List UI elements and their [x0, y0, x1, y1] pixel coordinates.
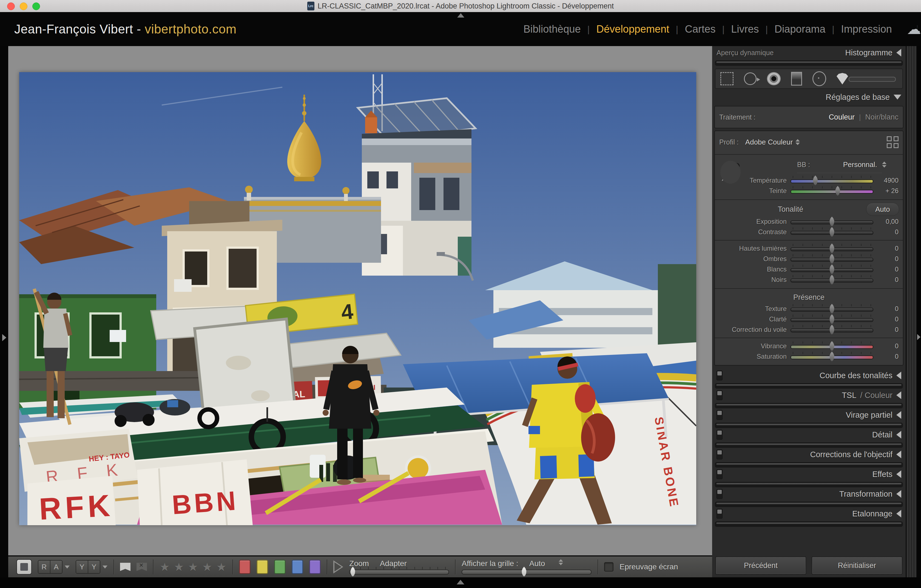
color-label-chip[interactable]: [292, 560, 303, 574]
slider-track[interactable]: [791, 243, 873, 254]
profile-value[interactable]: Adobe Couleur: [745, 138, 793, 147]
slider-track[interactable]: [791, 227, 873, 237]
wb-stepper-icon[interactable]: [882, 161, 887, 168]
impromptu-slideshow-button[interactable]: [333, 560, 343, 573]
develop-canvas[interactable]: CRYSTAL DPR-RI: [8, 46, 712, 555]
star-icon[interactable]: ★: [216, 560, 227, 574]
color-label-chip[interactable]: [257, 560, 268, 574]
panel-toggle-switch[interactable]: [716, 509, 722, 519]
slider-value[interactable]: 0: [873, 353, 903, 360]
slider-track[interactable]: [791, 175, 873, 186]
module-bibliotheque[interactable]: Bibliothèque: [523, 23, 581, 35]
slider-value[interactable]: 0: [873, 342, 903, 350]
slider-value[interactable]: + 26: [873, 187, 903, 195]
star-icon[interactable]: ★: [174, 560, 184, 574]
pick-flag-icon[interactable]: [120, 563, 130, 571]
slider-value[interactable]: 0: [873, 255, 903, 263]
panel-header-detail[interactable]: Détail: [712, 428, 906, 441]
panel-toggle-switch[interactable]: [716, 469, 722, 479]
soft-proofing-checkbox[interactable]: [604, 562, 613, 572]
star-icon[interactable]: ★: [202, 560, 212, 574]
histogram-collapsed-bar[interactable]: [715, 60, 903, 66]
radial-filter-tool-icon[interactable]: [812, 71, 826, 86]
minimize-window-button[interactable]: [20, 2, 28, 10]
slider-value[interactable]: 4900: [873, 177, 903, 184]
right-panel-collapse-icon[interactable]: [917, 334, 921, 340]
before-after-view-button[interactable]: R A: [38, 560, 62, 574]
color-label-chip[interactable]: [309, 560, 321, 574]
slider-track[interactable]: [791, 186, 873, 196]
tone-auto-button[interactable]: Auto: [866, 203, 899, 216]
zoom-window-button[interactable]: [33, 2, 40, 10]
white-balance-eyedropper[interactable]: [719, 159, 742, 186]
slider-track[interactable]: [791, 324, 873, 335]
panel-toggle-switch[interactable]: [716, 489, 722, 499]
slider-track[interactable]: [791, 264, 873, 275]
grid-slider-thumb[interactable]: [520, 566, 528, 577]
slider-track[interactable]: [791, 275, 873, 285]
close-window-button[interactable]: [7, 2, 15, 10]
spot-removal-tool-icon[interactable]: [744, 72, 757, 85]
reject-flag-icon[interactable]: [137, 563, 147, 571]
profile-stepper-icon[interactable]: [796, 139, 800, 145]
active-view-label[interactable]: A: [50, 560, 62, 573]
slider-track[interactable]: [791, 351, 873, 362]
basic-panel-header[interactable]: Réglages de base: [826, 93, 901, 102]
left-panel-collapsed-strip[interactable]: [0, 46, 8, 588]
star-rating[interactable]: ★★★★★: [159, 560, 226, 574]
panel-toggle-switch[interactable]: [716, 430, 722, 440]
panel-toggle-switch[interactable]: [716, 371, 722, 380]
reset-button[interactable]: Réinitialiser: [812, 557, 902, 575]
previous-button[interactable]: Précédent: [715, 557, 806, 575]
slider-value[interactable]: 0: [873, 244, 903, 252]
panel-toggle-switch[interactable]: [716, 410, 722, 420]
panel-header-tsl-couleur[interactable]: TSL / Couleur: [712, 389, 906, 402]
zoom-slider[interactable]: [349, 570, 449, 575]
before-after-dropdown-icon[interactable]: [65, 565, 70, 568]
grid-value-stepper-icon[interactable]: [559, 559, 563, 568]
slider-value[interactable]: 0: [873, 228, 903, 236]
panel-header-corrections-de-l-objectif[interactable]: Corrections de l'objectif: [712, 448, 906, 461]
slider-track[interactable]: [791, 314, 873, 324]
filmstrip-expand-icon[interactable]: [457, 580, 464, 585]
soft-proofing-label[interactable]: Epreuvage écran: [620, 562, 678, 571]
profile-browser-icon[interactable]: [887, 136, 898, 148]
panel-header-etalonnage[interactable]: Etalonnage: [712, 507, 906, 520]
panel-toggle-switch[interactable]: [716, 390, 722, 400]
module-impression[interactable]: Impression: [841, 23, 892, 35]
filmstrip-collapsed-strip[interactable]: [0, 577, 921, 588]
treatment-bw-option[interactable]: Noir/blanc: [865, 113, 898, 122]
slider-track[interactable]: [791, 341, 873, 351]
adjustment-brush-tool-icon[interactable]: [836, 72, 897, 86]
wb-value[interactable]: Personnal.: [843, 160, 877, 169]
color-label-chip[interactable]: [274, 560, 286, 574]
module-livres[interactable]: Livres: [731, 23, 759, 35]
loupe-view-button[interactable]: [16, 559, 32, 575]
crop-tool-icon[interactable]: [720, 72, 734, 85]
treatment-color-option[interactable]: Couleur: [828, 113, 855, 122]
slider-value[interactable]: 0,00: [873, 218, 903, 225]
panel-header-effets[interactable]: Effets: [712, 467, 906, 481]
panel-header-virage-partiel[interactable]: Virage partiel: [712, 408, 906, 422]
left-panel-expand-icon[interactable]: [2, 334, 6, 341]
red-eye-tool-icon[interactable]: [767, 72, 781, 85]
graduated-filter-tool-icon[interactable]: [791, 72, 802, 86]
slider-value[interactable]: 0: [873, 305, 903, 313]
grid-value[interactable]: Auto: [529, 559, 545, 568]
slider-value[interactable]: 0: [873, 326, 903, 334]
slider-value[interactable]: 0: [873, 276, 903, 283]
star-icon[interactable]: ★: [188, 560, 198, 574]
grid-opacity-slider[interactable]: [462, 570, 592, 575]
histogram-panel-header[interactable]: Histogramme: [845, 48, 901, 57]
color-label-chip[interactable]: [239, 560, 251, 574]
slider-value[interactable]: 0: [873, 315, 903, 323]
module-developpement[interactable]: Développement: [596, 23, 669, 35]
right-panel-collapsed-strip[interactable]: [917, 46, 921, 577]
star-icon[interactable]: ★: [159, 560, 170, 574]
top-panel-collapse-arrow[interactable]: [457, 13, 464, 18]
slider-track[interactable]: [791, 304, 873, 314]
color-label-chips[interactable]: [239, 560, 321, 574]
panel-toggle-switch[interactable]: [716, 450, 722, 459]
photo-harbor-scene[interactable]: CRYSTAL DPR-RI: [19, 72, 696, 525]
y-right-label[interactable]: Y: [88, 560, 100, 573]
